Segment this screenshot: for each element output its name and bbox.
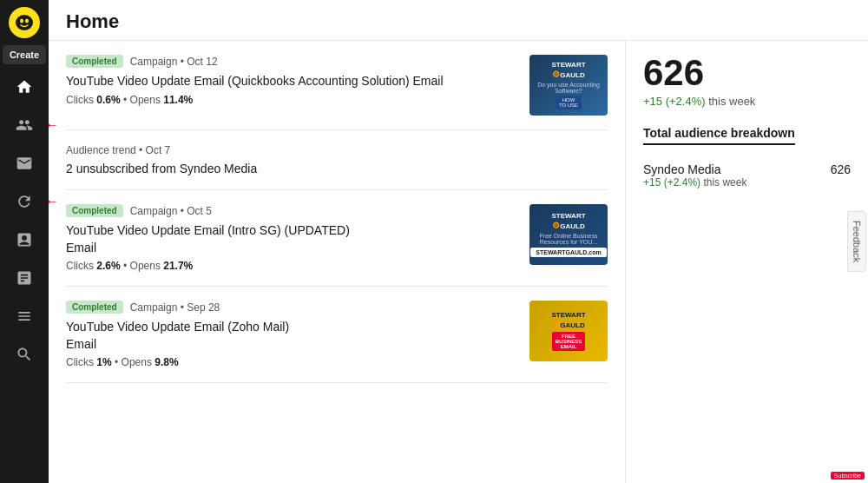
stats-change-period: this week: [708, 95, 755, 108]
stats-change-positive: +15 (+2.4%): [643, 95, 706, 108]
breakdown-title: Total audience breakdown: [643, 126, 795, 145]
stats-panel: 626 +15 (+2.4%) this week Total audience…: [625, 41, 868, 483]
page-header: Home: [49, 0, 868, 41]
campaign-type: Campaign • Sep 28: [130, 301, 220, 314]
campaign-stats: Clicks 0.6% • Opens 11.4%: [66, 94, 519, 106]
thumb-offer: FREEBUSINESSEMAIL: [552, 332, 586, 351]
status-badge: Completed: [66, 301, 123, 314]
audience-change: +15 (+2.4%) this week: [643, 176, 746, 189]
campaign-content: Completed Campaign • Oct 12 YouTube Vide…: [66, 55, 519, 106]
campaign-thumbnail: STEWART⚙GAULD Free Online Business Resou…: [529, 204, 608, 265]
sidebar-item-automation[interactable]: ←: [7, 184, 42, 219]
sidebar-item-integrations[interactable]: [7, 299, 42, 334]
thumb-logo-text: STEWART⚙GAULD: [551, 212, 585, 231]
campaign-content: Completed Campaign • Sep 28 YouTube Vide…: [66, 301, 519, 368]
sidebar-item-search[interactable]: [7, 337, 42, 372]
stats-change: +15 (+2.4%) this week: [643, 95, 851, 108]
main-content: Home Completed Campaign • Oct 12 YouTube…: [49, 0, 868, 483]
thumb-cta: HOWTO USE: [556, 96, 582, 109]
audience-name: Syndeo Media: [643, 162, 746, 176]
breakdown-item: Syndeo Media +15 (+2.4%) this week 626: [643, 162, 851, 189]
campaign-meta: Completed Campaign • Oct 12: [66, 55, 519, 68]
sidebar-item-audience[interactable]: ←: [7, 108, 42, 142]
campaign-meta: Completed Campaign • Oct 5: [66, 204, 519, 217]
campaign-item: Completed Campaign • Sep 28 YouTube Vide…: [66, 287, 608, 383]
campaign-title[interactable]: YouTube Video Update Email (Intro SG) (U…: [66, 222, 519, 256]
campaign-type: Campaign • Oct 12: [130, 56, 218, 68]
page-title: Home: [66, 10, 851, 33]
campaign-stats: Clicks 1% • Opens 9.8%: [66, 356, 519, 368]
create-button[interactable]: Create: [3, 45, 46, 64]
trend-title: 2 unsubscribed from Syndeo Media: [66, 162, 608, 175]
svg-point-1: [16, 15, 33, 30]
create-button-label: Create: [10, 50, 39, 60]
thumb-subtitle: Do you use Accounting Software?: [533, 82, 604, 94]
thumb-logo-text: STEWART⚙GAULD: [551, 61, 585, 80]
total-contacts-number: 626: [643, 55, 851, 91]
status-badge: Completed: [66, 55, 123, 68]
thumb-domain: STEWARTGAULD.com: [530, 248, 606, 257]
campaign-title[interactable]: YouTube Video Update Email (Zoho Mail)Em…: [66, 319, 519, 353]
campaign-meta: Completed Campaign • Sep 28: [66, 301, 519, 314]
sidebar-item-home[interactable]: [7, 69, 42, 104]
campaign-stats: Clicks 2.6% • Opens 21.7%: [66, 260, 519, 272]
campaign-item: Completed Campaign • Oct 5 YouTube Video…: [66, 190, 608, 287]
campaign-type: Campaign • Oct 5: [130, 205, 212, 217]
status-badge: Completed: [66, 204, 123, 217]
audience-count: 626: [831, 162, 851, 176]
svg-point-3: [25, 19, 29, 23]
sidebar: Create ← ←: [0, 0, 49, 483]
campaign-thumbnail: STEWART⚙GAULD Do you use Accounting Soft…: [529, 55, 608, 116]
audience-change-positive: +15 (+2.4%): [643, 176, 700, 189]
campaign-thumbnail: STEWART⚙GAULD FREEBUSINESSEMAIL Subscrib…: [529, 301, 608, 361]
thumb-logo-text: STEWART⚙GAULD: [551, 311, 585, 330]
content-area: Completed Campaign • Oct 12 YouTube Vide…: [49, 41, 868, 483]
feedback-tab[interactable]: Feedback: [847, 211, 866, 272]
app-logo: [9, 7, 40, 38]
activity-feed: Completed Campaign • Oct 12 YouTube Vide…: [49, 41, 625, 483]
sidebar-item-reports[interactable]: [7, 261, 42, 295]
svg-point-2: [20, 19, 23, 23]
thumb-subtitle: Free Online Business Resources for YOU..…: [533, 233, 604, 245]
campaign-title[interactable]: YouTube Video Update Email (Quickbooks A…: [66, 73, 519, 90]
breakdown-left: Syndeo Media +15 (+2.4%) this week: [643, 162, 746, 189]
sidebar-item-templates[interactable]: [7, 222, 42, 257]
trend-item: Audience trend • Oct 7 2 unsubscribed fr…: [66, 130, 608, 190]
campaign-item: Completed Campaign • Oct 12 YouTube Vide…: [66, 41, 608, 130]
campaign-content: Completed Campaign • Oct 5 YouTube Video…: [66, 204, 519, 272]
sidebar-item-campaigns[interactable]: [7, 146, 42, 181]
trend-meta: Audience trend • Oct 7: [66, 144, 608, 156]
